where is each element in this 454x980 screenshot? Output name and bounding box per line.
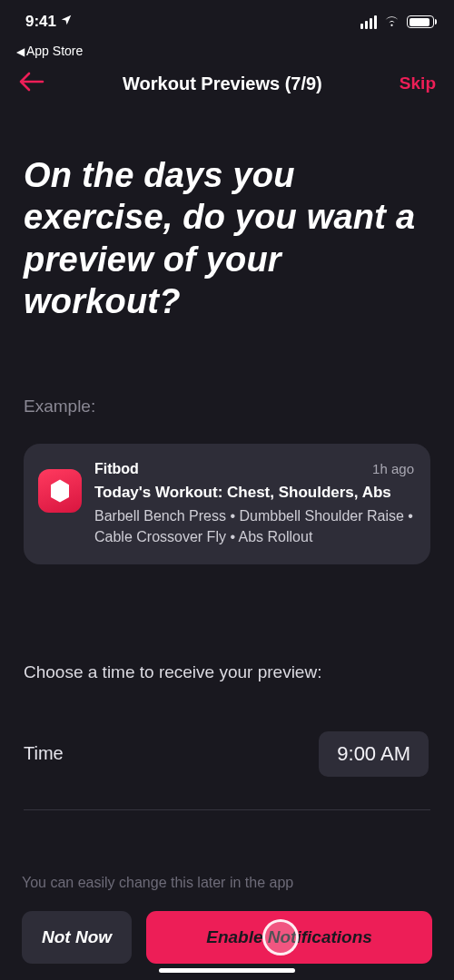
enable-notifications-button[interactable]: Enable Notifications (146, 911, 432, 964)
notif-title: Today's Workout: Chest, Shoulders, Abs (94, 482, 414, 505)
back-button[interactable] (18, 71, 45, 96)
divider (24, 809, 430, 810)
footer: You can easily change this later in the … (0, 857, 454, 980)
example-notification: Fitbod 1h ago Today's Workout: Chest, Sh… (24, 444, 430, 564)
location-arrow-icon (60, 14, 73, 29)
nav-bar: Workout Previews (7/9) Skip (0, 62, 454, 102)
notif-timestamp: 1h ago (372, 459, 414, 479)
cell-signal-icon (360, 15, 377, 29)
wifi-icon (383, 13, 400, 31)
page-title: Workout Previews (7/9) (123, 74, 322, 94)
footer-hint: You can easily change this later in the … (22, 875, 432, 891)
battery-icon (407, 15, 434, 28)
back-app-label: App Store (26, 44, 83, 58)
tap-indicator-icon (262, 919, 299, 956)
fitbod-app-icon (38, 469, 82, 513)
time-label: Time (24, 743, 64, 764)
chevron-left-icon: ◀︎ (16, 45, 25, 58)
example-label: Example: (24, 397, 430, 416)
home-indicator[interactable] (159, 968, 295, 973)
arrow-left-icon (18, 71, 45, 93)
time-picker[interactable]: 9:00 AM (319, 731, 429, 777)
not-now-button[interactable]: Not Now (22, 911, 132, 964)
skip-button[interactable]: Skip (400, 74, 436, 93)
notif-detail: Barbell Bench Press • Dumbbell Shoulder … (94, 505, 414, 547)
content-area: On the days you exercise, do you want a … (0, 102, 454, 857)
notif-app-name: Fitbod (94, 458, 139, 479)
status-time: 9:41 (25, 13, 56, 31)
headline: On the days you exercise, do you want a … (24, 154, 430, 322)
time-row: Time 9:00 AM (24, 731, 430, 777)
choose-time-label: Choose a time to receive your preview: (24, 662, 430, 682)
back-to-app-store[interactable]: ◀︎ App Store (0, 44, 454, 62)
status-bar: 9:41 (0, 0, 454, 44)
